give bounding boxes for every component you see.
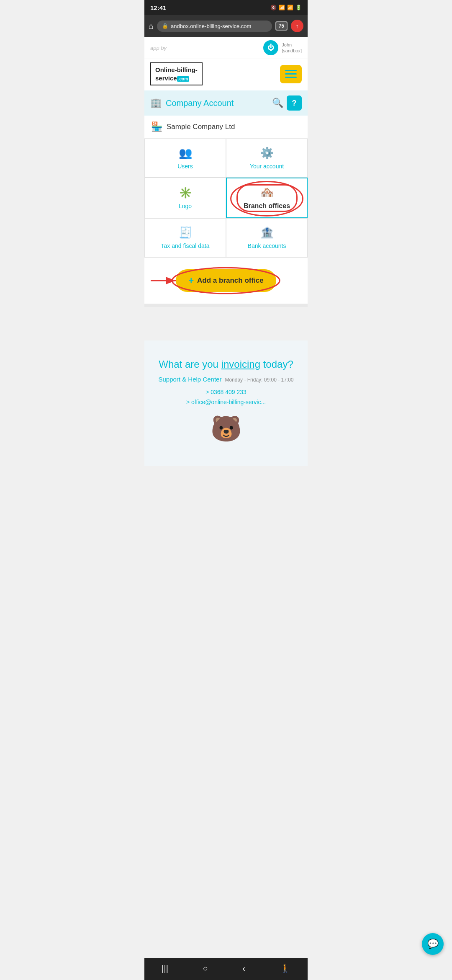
tagline-part1: What are you [159, 358, 221, 370]
footer-tagline: What are you invoicing today? [153, 357, 299, 371]
add-branch-office-button[interactable]: + Add a branch office [176, 269, 276, 292]
question-mark-icon: ? [292, 99, 297, 108]
lock-icon: 🔒 [162, 23, 168, 29]
browser-bar: ⌂ 🔒 andbox.online-billing-service.com 75… [144, 15, 308, 37]
logo-line1: Online-billing- [155, 66, 198, 73]
your-account-label: Your account [250, 163, 284, 170]
mute-icon: 🔇 [270, 5, 277, 10]
action-area: + Add a branch office [144, 258, 308, 304]
footer-phone: > 0368 409 233 [153, 389, 299, 395]
page-title: Company Account [166, 98, 234, 108]
power-icon: ⏻ [267, 44, 274, 52]
bank-icon: 🏦 [260, 226, 274, 239]
status-time: 12:41 [150, 4, 166, 11]
browser-tab-count[interactable]: 75 [275, 21, 288, 31]
company-section: 🏪 Sample Company Ltd [144, 116, 308, 139]
company-building-icon: 🏪 [151, 121, 162, 132]
mascot-image: 🐻 [153, 414, 299, 444]
branch-offices-annotation [227, 178, 307, 217]
search-button[interactable]: 🔍 [272, 98, 283, 108]
users-icon: 👥 [179, 147, 192, 160]
navigation-grid: 👥 Users ⚙️ Your account ✳️ Logo 🏘️ Branc… [144, 139, 308, 258]
logo-bar: Online-billing- service.com [144, 59, 308, 90]
logo-nav-label: Logo [179, 203, 192, 209]
svg-point-0 [231, 181, 303, 216]
support-hours: Monday - Friday: 09:00 - 17:00 [225, 377, 293, 383]
app-header: app by ⏻ John [sandbox] [144, 37, 308, 59]
tagline-part2: today? [260, 358, 293, 370]
logo-com: .com [177, 76, 189, 82]
browser-url-text: andbox.online-billing-service.com [171, 23, 251, 29]
user-avatar: ⏻ [263, 40, 278, 55]
page-title-left: 🏢 Company Account [150, 98, 234, 108]
browser-url-bar[interactable]: 🔒 andbox.online-billing-service.com [157, 21, 272, 32]
signal-icon: 📶 [287, 5, 293, 10]
plus-icon: + [188, 275, 194, 286]
support-label: Support & Help Center [158, 376, 221, 383]
tagline-invoicing: invoicing [221, 358, 260, 370]
logo-line2: service [155, 75, 177, 82]
logo-upload-icon: ✳️ [179, 186, 192, 199]
app-logo[interactable]: Online-billing- service.com [150, 62, 203, 85]
branch-offices-label: Branch offices [244, 202, 290, 210]
menu-line-3 [285, 77, 297, 78]
upload-icon: ↑ [296, 23, 299, 29]
footer-area: What are you invoicing today? Support & … [144, 340, 308, 466]
company-account-icon: 🏢 [150, 98, 162, 108]
bank-accounts-label: Bank accounts [248, 242, 286, 249]
user-sandbox-label: [sandbox] [282, 48, 302, 54]
footer-email: > office@online-billing-servic... [153, 399, 299, 405]
help-button[interactable]: ? [287, 95, 302, 111]
app-by-text: app by [150, 45, 167, 51]
status-icons: 🔇 📶 📶 🔋 [270, 5, 302, 10]
page-title-actions: 🔍 ? [272, 95, 302, 111]
users-nav-item[interactable]: 👥 Users [144, 139, 226, 178]
tax-fiscal-nav-item[interactable]: 🧾 Tax and fiscal data [144, 218, 226, 257]
menu-line-2 [285, 73, 297, 75]
status-bar: 12:41 🔇 📶 📶 🔋 [144, 0, 308, 15]
branch-offices-icon: 🏘️ [260, 186, 274, 199]
add-branch-annotated: + Add a branch office [176, 269, 276, 292]
account-settings-icon: ⚙️ [260, 147, 274, 160]
hamburger-menu-button[interactable] [280, 65, 302, 83]
branch-offices-nav-item[interactable]: 🏘️ Branch offices [226, 178, 308, 218]
users-label: Users [177, 163, 193, 170]
company-name: Sample Company Ltd [167, 123, 235, 131]
wifi-icon: 📶 [279, 5, 285, 10]
bank-accounts-nav-item[interactable]: 🏦 Bank accounts [226, 218, 308, 257]
tax-icon: 🧾 [179, 226, 192, 239]
logo-nav-item[interactable]: ✳️ Logo [144, 178, 226, 218]
your-account-nav-item[interactable]: ⚙️ Your account [226, 139, 308, 178]
user-info[interactable]: ⏻ John [sandbox] [263, 40, 302, 55]
support-row: Support & Help Center Monday - Friday: 0… [153, 376, 299, 385]
page-title-bar: 🏢 Company Account 🔍 ? [144, 90, 308, 116]
section-divider [144, 304, 308, 307]
tax-fiscal-label: Tax and fiscal data [161, 242, 210, 249]
browser-home-icon[interactable]: ⌂ [149, 21, 154, 31]
add-branch-button-wrapper: + Add a branch office [153, 269, 299, 292]
battery-icon: 🔋 [295, 5, 302, 10]
add-branch-label: Add a branch office [197, 276, 264, 285]
menu-line-1 [285, 70, 297, 71]
user-first-name: John [282, 42, 302, 48]
browser-upload-button[interactable]: ↑ [291, 20, 303, 32]
user-name-display: John [sandbox] [282, 42, 302, 54]
empty-space [144, 307, 308, 340]
